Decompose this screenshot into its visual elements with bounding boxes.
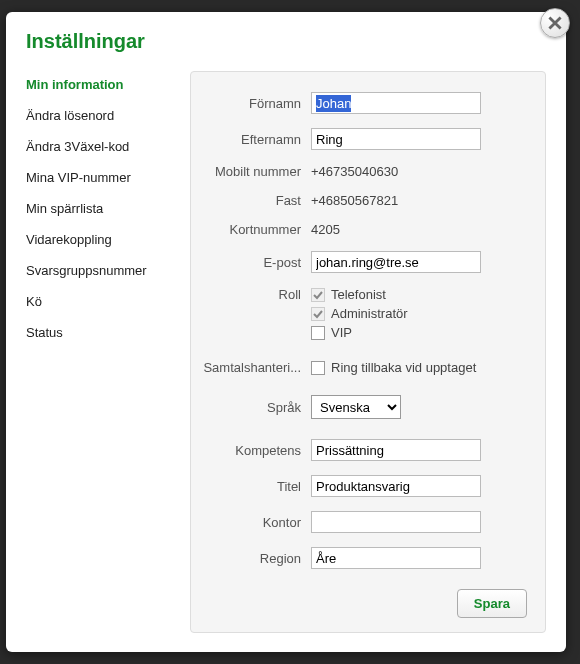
sidebar: Min information Ändra lösenord Ändra 3Vä… (26, 71, 176, 633)
select-sprak[interactable]: Svenska (311, 395, 401, 419)
input-epost[interactable] (311, 251, 481, 273)
value-kortnummer: 4205 (311, 222, 527, 237)
checkbox-administrator (311, 307, 325, 321)
value-mobil: +46735040630 (311, 164, 527, 179)
form-panel: Förnamn Johan Efternamn Mobilt nummer +4… (190, 71, 546, 633)
input-region[interactable] (311, 547, 481, 569)
sidebar-item-min-sparrlista[interactable]: Min spärrlista (26, 195, 176, 226)
close-button[interactable] (540, 8, 570, 38)
settings-modal: Inställningar Min information Ändra löse… (6, 12, 566, 652)
checkbox-label-telefonist: Telefonist (331, 287, 386, 302)
save-button[interactable]: Spara (457, 589, 527, 618)
label-fast: Fast (201, 193, 311, 208)
label-sprak: Språk (201, 400, 311, 415)
input-fornamn[interactable]: Johan (311, 92, 481, 114)
input-titel[interactable] (311, 475, 481, 497)
modal-title: Inställningar (26, 30, 546, 53)
input-efternamn[interactable] (311, 128, 481, 150)
sidebar-item-status[interactable]: Status (26, 319, 176, 350)
sidebar-item-min-information[interactable]: Min information (26, 71, 176, 102)
sidebar-item-mina-vip-nummer[interactable]: Mina VIP-nummer (26, 164, 176, 195)
checkbox-label-administrator: Administratör (331, 306, 408, 321)
label-titel: Titel (201, 479, 311, 494)
sidebar-item-svarsgruppsnummer[interactable]: Svarsgruppsnummer (26, 257, 176, 288)
sidebar-item-ko[interactable]: Kö (26, 288, 176, 319)
label-epost: E-post (201, 255, 311, 270)
checkbox-ring-tillbaka[interactable] (311, 361, 325, 375)
label-region: Region (201, 551, 311, 566)
input-kompetens[interactable] (311, 439, 481, 461)
sidebar-item-vidarekoppling[interactable]: Vidarekoppling (26, 226, 176, 257)
label-roll: Roll (201, 287, 311, 302)
checkbox-telefonist (311, 288, 325, 302)
label-fornamn: Förnamn (201, 96, 311, 111)
close-icon (548, 16, 562, 30)
sidebar-item-andra-losenord[interactable]: Ändra lösenord (26, 102, 176, 133)
label-kortnummer: Kortnummer (201, 222, 311, 237)
sidebar-item-andra-3vaxel-kod[interactable]: Ändra 3Växel-kod (26, 133, 176, 164)
check-icon (313, 290, 323, 300)
input-kontor[interactable] (311, 511, 481, 533)
checkbox-label-vip: VIP (331, 325, 352, 340)
label-kontor: Kontor (201, 515, 311, 530)
checkbox-vip[interactable] (311, 326, 325, 340)
checkbox-label-ring-tillbaka: Ring tillbaka vid upptaget (331, 360, 476, 375)
check-icon (313, 309, 323, 319)
label-mobil: Mobilt nummer (201, 164, 311, 179)
label-samtalshantering: Samtalshanteri... (201, 360, 311, 375)
value-fast: +46850567821 (311, 193, 527, 208)
label-kompetens: Kompetens (201, 443, 311, 458)
label-efternamn: Efternamn (201, 132, 311, 147)
